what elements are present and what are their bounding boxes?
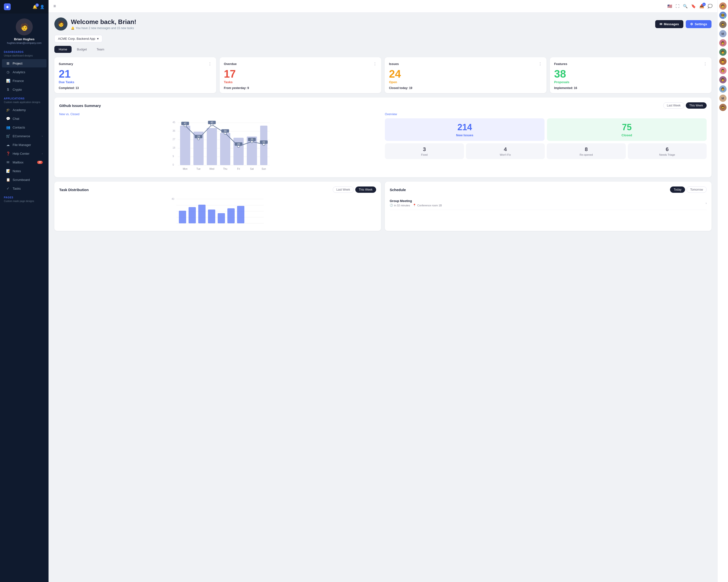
- tasks-icon: ✓: [6, 187, 10, 190]
- sidebar-item-crypto[interactable]: $ Crypto: [2, 85, 47, 93]
- sidebar-item-chat[interactable]: 💬 Chat: [2, 114, 47, 123]
- dashboards-section-label: DASHBOARDS: [0, 47, 49, 54]
- right-user-avatar[interactable]: M: [719, 30, 727, 37]
- right-user-avatar[interactable]: 🧔: [719, 21, 727, 28]
- inbox-icon[interactable]: 📥 5: [699, 4, 704, 8]
- github-issues-section: Github Issues Summary Last Week This Wee…: [54, 98, 711, 177]
- sidebar-item-tasks[interactable]: ✓ Tasks: [2, 184, 47, 193]
- right-user-avatar[interactable]: 🧑: [719, 2, 727, 10]
- sidebar-item-file-manager[interactable]: ☁ File Manager: [2, 141, 47, 149]
- sidebar-item-label: Crypto: [12, 88, 22, 91]
- fullscreen-icon[interactable]: ⛶: [676, 4, 679, 8]
- help-center-icon: ❓: [6, 151, 10, 156]
- stat-footer: Closed today: 19: [389, 86, 542, 90]
- stat-menu-icon[interactable]: ⋮: [703, 62, 707, 66]
- sidebar-item-label: Finance: [12, 79, 24, 83]
- stat-card-summary: Summary ⋮ 21 Due Tasks Completed: 13: [54, 57, 216, 93]
- topbar-right: 🇺🇸 ⛶ 🔍 🔖 📥 5 💭: [667, 4, 712, 8]
- user-name: Brian Hughes: [4, 37, 45, 41]
- stat-menu-icon[interactable]: ⋮: [538, 62, 542, 66]
- right-user-avatar[interactable]: 🧑: [719, 49, 727, 56]
- flag-icon[interactable]: 🇺🇸: [667, 4, 672, 8]
- svg-text:Sun: Sun: [262, 168, 266, 170]
- stat-menu-icon[interactable]: ⋮: [208, 62, 212, 66]
- stat-menu-icon[interactable]: ⋮: [373, 62, 377, 66]
- right-user-avatar[interactable]: 😎: [719, 11, 727, 19]
- settings-button[interactable]: ⚙ Settings: [686, 20, 711, 28]
- chat-icon: 💬: [6, 117, 10, 120]
- sidebar-item-ecommerce[interactable]: 🛒 ECommerce ›: [2, 132, 47, 140]
- schedule-today[interactable]: Today: [670, 187, 685, 193]
- svg-rect-53: [179, 211, 186, 223]
- welcome-left: 🧑 Welcome back, Brian! 🔔 You have 2 new …: [54, 18, 136, 31]
- sidebar-item-project[interactable]: ⊞ Project: [2, 59, 47, 67]
- tab-home[interactable]: Home: [54, 46, 72, 53]
- svg-rect-59: [237, 206, 244, 223]
- svg-text:42: 42: [184, 122, 187, 125]
- week-toggle: Last Week This Week: [663, 102, 707, 109]
- right-user-avatar[interactable]: 👩: [719, 85, 727, 93]
- svg-text:28: 28: [197, 135, 200, 138]
- chart-sublabel: New vs. Closed: [59, 113, 381, 116]
- bookmark-icon[interactable]: 🔖: [691, 4, 696, 8]
- right-user-avatar[interactable]: 🧔: [719, 104, 727, 111]
- right-user-avatar[interactable]: 👨: [719, 58, 727, 65]
- mini-label: Won't Fix: [468, 153, 543, 156]
- stat-card-header: Overdue ⋮: [224, 62, 377, 66]
- this-week-button[interactable]: This Week: [686, 102, 707, 109]
- svg-rect-12: [180, 126, 190, 165]
- notes-icon: 📝: [6, 169, 10, 173]
- messages-icon[interactable]: 💭: [708, 4, 712, 8]
- welcome-header: 🧑 Welcome back, Brian! 🔔 You have 2 new …: [54, 18, 711, 31]
- sidebar-item-analytics[interactable]: ◷ Analytics: [2, 68, 47, 76]
- search-icon[interactable]: 🔍: [683, 4, 688, 8]
- user-circle-icon[interactable]: 👤: [40, 5, 45, 9]
- notification-badge: 3: [35, 3, 39, 7]
- sidebar-item-finance[interactable]: 📊 Finance: [2, 77, 47, 85]
- stat-card-overdue: Overdue ⋮ 17 Tasks From yesterday: 9: [219, 57, 382, 93]
- svg-text:Fri: Fri: [237, 168, 240, 170]
- tab-team[interactable]: Team: [92, 46, 109, 53]
- welcome-avatar: 🧑: [54, 18, 68, 31]
- sidebar-profile: 🧑 Brian Hughes hughes.brian@company.com: [0, 13, 49, 47]
- right-user-avatar[interactable]: 👩: [719, 39, 727, 47]
- messages-button[interactable]: ✉ Messages: [655, 20, 683, 28]
- mailbox-badge: 27: [37, 161, 43, 164]
- sidebar-item-scrumboard[interactable]: 📋 Scrumboard: [2, 175, 47, 184]
- app-logo[interactable]: ◆: [4, 3, 11, 10]
- stat-title: Issues: [389, 62, 399, 66]
- task-dist-last-week[interactable]: Last Week: [333, 187, 354, 193]
- svg-text:36: 36: [173, 130, 176, 132]
- last-week-button[interactable]: Last Week: [663, 102, 684, 109]
- sidebar-item-notes[interactable]: 📝 Notes: [2, 167, 47, 175]
- mini-label: Re-opened: [549, 153, 624, 156]
- sidebar-item-academy[interactable]: 🎓 Academy: [2, 106, 47, 114]
- schedule-arrow[interactable]: ›: [706, 201, 707, 205]
- inbox-badge: 5: [702, 3, 706, 6]
- sidebar-item-help-center[interactable]: ❓ Help Center ›: [2, 149, 47, 158]
- avatar: 🧑: [16, 19, 33, 35]
- clock-icon: 🕐: [390, 204, 393, 207]
- right-user-avatar[interactable]: M: [719, 94, 727, 102]
- contacts-icon: 👥: [6, 126, 10, 129]
- tab-budget[interactable]: Budget: [73, 46, 91, 53]
- schedule-meta: 🕐 in 32 minutes 📍 Conference room 1B: [390, 204, 442, 207]
- project-label: ACME Corp. Backend App: [58, 37, 95, 40]
- header-icons: 🔔 3 👤: [32, 5, 45, 9]
- project-dropdown[interactable]: ACME Corp. Backend App ▾: [54, 35, 102, 43]
- sidebar-item-mailbox[interactable]: ✉ Mailbox 27: [2, 158, 47, 166]
- sidebar-item-label: Chat: [12, 117, 19, 120]
- hamburger-menu[interactable]: ≡: [53, 4, 56, 9]
- applications-section-sub: Custom made application designs: [0, 101, 49, 106]
- svg-text:34: 34: [224, 130, 227, 132]
- right-user-avatar[interactable]: 👩: [719, 76, 727, 83]
- notification-bell[interactable]: 🔔 3: [32, 5, 37, 9]
- dashboards-section-sub: Unique dashboard designs: [0, 54, 49, 59]
- task-dist-this-week[interactable]: This Week: [355, 187, 376, 193]
- right-user-avatar[interactable]: 👩: [719, 67, 727, 74]
- svg-text:Mon: Mon: [183, 168, 187, 170]
- sidebar-item-contacts[interactable]: 👥 Contacts: [2, 123, 47, 132]
- sidebar-item-label: ECommerce: [12, 134, 30, 138]
- schedule-tomorrow[interactable]: Tomorrow: [686, 187, 707, 193]
- chevron-down-icon: ▾: [97, 37, 99, 40]
